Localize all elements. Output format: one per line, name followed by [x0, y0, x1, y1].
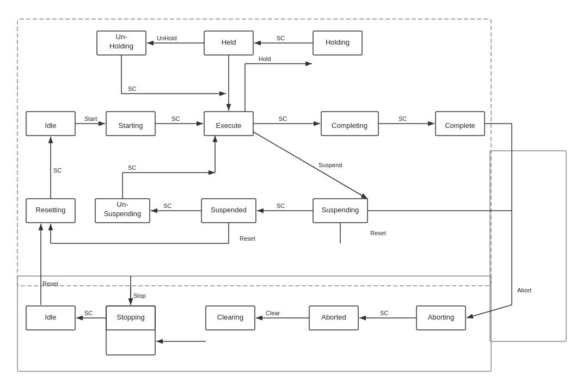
completing-label: Completing: [332, 121, 367, 130]
label-suspend: Suspend: [318, 162, 342, 168]
label-unhold: UnHold: [157, 35, 177, 41]
unholding-label2: Holding: [109, 42, 133, 50]
label-sc-suspended: SC: [163, 203, 171, 209]
starting-label: Starting: [119, 121, 143, 130]
label-sc-suspending: SC: [277, 203, 285, 209]
label-reset-top: Reset: [240, 235, 255, 242]
idle-bottom-label: Idle: [45, 313, 57, 321]
top-section-boundary: [17, 19, 491, 286]
idle-top-label: Idle: [45, 121, 57, 130]
label-sc-resetting: SC: [53, 167, 62, 174]
arrow-abort-left: [467, 305, 512, 318]
label-reset-suspended: Reset: [370, 230, 386, 236]
abort-path-box: [490, 151, 566, 341]
label-sc-stopping: SC: [84, 310, 93, 316]
execute-label: Execute: [216, 121, 242, 130]
aborting-label: Aborting: [428, 313, 454, 321]
label-sc-unhold: SC: [128, 85, 136, 92]
stopping-label: Stopping: [117, 313, 144, 321]
label-reset-bottom: Reset: [42, 280, 58, 287]
held-label: Held: [222, 38, 236, 46]
unsuspending-label: Un-: [117, 200, 128, 209]
resetting-label: Resetting: [36, 206, 66, 214]
arrow-execute-suspending: [253, 132, 367, 199]
holding-label: Holding: [326, 38, 350, 46]
diagram-container: Idle Starting Execute Completing Complet…: [11, 9, 577, 377]
suspended-label: Suspended: [211, 206, 247, 214]
label-sc1: SC: [171, 115, 180, 122]
aborted-label: Aborted: [321, 313, 346, 321]
label-sc3: SC: [399, 115, 407, 122]
unsuspending-label2: Suspending: [104, 210, 142, 218]
unholding-label: Un-: [116, 33, 127, 41]
complete-label: Complete: [445, 121, 475, 130]
label-sc-unsuspend: SC: [128, 164, 136, 171]
label-clear: Clear: [266, 310, 280, 316]
label-start: Start: [84, 115, 97, 122]
label-stop: Stop: [133, 292, 146, 299]
label-sc2: SC: [279, 115, 287, 122]
suspending-label: Suspending: [322, 206, 359, 214]
label-abort: Abort: [517, 287, 531, 293]
label-hold: Hold: [259, 56, 271, 62]
label-sc-aborting: SC: [380, 310, 388, 316]
label-sc-hold: SC: [277, 35, 285, 41]
clearing-label: Clearing: [217, 313, 243, 321]
